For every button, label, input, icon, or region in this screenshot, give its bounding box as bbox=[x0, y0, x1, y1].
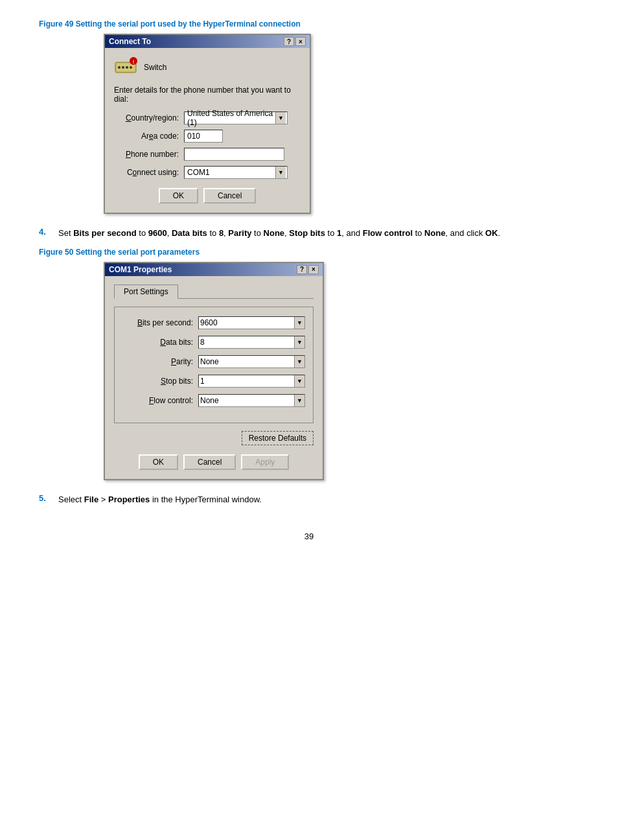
titlebar-buttons: ? × bbox=[284, 37, 306, 46]
com1-properties-dialog: COM1 Properties ? × Port Settings Bits p… bbox=[104, 262, 324, 480]
ok-button[interactable]: OK bbox=[159, 188, 198, 204]
bits-select[interactable]: 9600 ▼ bbox=[198, 316, 305, 329]
com1-titlebar-buttons: ? × bbox=[297, 265, 319, 274]
area-input[interactable] bbox=[184, 130, 223, 143]
svg-point-2 bbox=[118, 66, 120, 69]
connect-value: COM1 bbox=[186, 168, 275, 177]
com1-help-button[interactable]: ? bbox=[297, 265, 307, 274]
close-button[interactable]: × bbox=[295, 37, 306, 46]
svg-point-5 bbox=[130, 66, 132, 69]
dialog-description: Enter details for the phone number that … bbox=[114, 86, 301, 104]
com1-title: COM1 Properties bbox=[109, 265, 172, 274]
connect-to-dialog: Connect To ? × ! bbox=[104, 34, 311, 214]
help-button[interactable]: ? bbox=[284, 37, 294, 46]
connect-select[interactable]: COM1 ▼ bbox=[184, 166, 288, 179]
stop-arrow[interactable]: ▼ bbox=[294, 375, 304, 387]
stop-select[interactable]: 1 ▼ bbox=[198, 375, 305, 388]
step5: 5. Select File > Properties in the Hyper… bbox=[39, 493, 579, 506]
switch-icon: ! bbox=[114, 56, 137, 79]
com1-cancel-button[interactable]: Cancel bbox=[183, 454, 236, 470]
flow-value: None bbox=[199, 396, 294, 405]
stop-label: Stop bits: bbox=[128, 377, 193, 386]
country-arrow[interactable]: ▼ bbox=[275, 112, 286, 124]
port-settings-tab[interactable]: Port Settings bbox=[114, 285, 178, 299]
com1-close-button[interactable]: × bbox=[308, 265, 319, 274]
com1-ok-button[interactable]: OK bbox=[139, 454, 178, 470]
step5-text: Select File > Properties in the HyperTer… bbox=[58, 493, 579, 506]
data-label: Data bits: bbox=[128, 338, 193, 347]
connect-arrow[interactable]: ▼ bbox=[275, 167, 286, 178]
tab-bar: Port Settings bbox=[114, 284, 314, 299]
parity-select[interactable]: None ▼ bbox=[198, 355, 305, 368]
cancel-button[interactable]: Cancel bbox=[203, 188, 256, 204]
port-settings-box: Bits per second: 9600 ▼ Data bits: 8 ▼ P… bbox=[114, 307, 314, 423]
flow-select[interactable]: None ▼ bbox=[198, 394, 305, 407]
phone-label: Phone number: bbox=[114, 150, 179, 159]
bits-arrow[interactable]: ▼ bbox=[294, 317, 304, 329]
data-select[interactable]: 8 ▼ bbox=[198, 336, 305, 349]
step5-number: 5. bbox=[39, 493, 52, 506]
phone-input[interactable] bbox=[184, 148, 284, 161]
dialog-titlebar: Connect To ? × bbox=[105, 35, 310, 48]
connect-label: Connect using: bbox=[114, 168, 179, 177]
icon-label: Switch bbox=[144, 63, 166, 72]
step4-text: Set Bits per second to 9600, Data bits t… bbox=[58, 227, 579, 240]
data-value: 8 bbox=[199, 338, 294, 347]
flow-arrow[interactable]: ▼ bbox=[294, 395, 304, 406]
stop-value: 1 bbox=[199, 377, 294, 386]
data-arrow[interactable]: ▼ bbox=[294, 336, 304, 348]
com1-titlebar: COM1 Properties ? × bbox=[105, 263, 323, 276]
area-label: Area code: bbox=[114, 132, 179, 141]
figure49-caption: Figure 49 Setting the serial port used b… bbox=[39, 19, 579, 29]
flow-label: Flow control: bbox=[128, 396, 193, 405]
step4-number: 4. bbox=[39, 227, 52, 240]
step4: 4. Set Bits per second to 9600, Data bit… bbox=[39, 227, 579, 240]
com1-apply-button[interactable]: Apply bbox=[241, 454, 289, 470]
parity-arrow[interactable]: ▼ bbox=[294, 356, 304, 368]
svg-text:!: ! bbox=[133, 59, 135, 65]
page-number: 39 bbox=[39, 531, 579, 541]
bits-value: 9600 bbox=[199, 318, 294, 327]
figure50-caption: Figure 50 Setting the serial port parame… bbox=[39, 248, 579, 257]
dialog-title: Connect To bbox=[109, 37, 151, 46]
parity-label: Parity: bbox=[128, 357, 193, 366]
parity-value: None bbox=[199, 357, 294, 366]
country-label: Country/region: bbox=[114, 113, 179, 122]
svg-point-3 bbox=[122, 66, 124, 69]
bits-label: Bits per second: bbox=[128, 318, 193, 327]
country-select[interactable]: United States of America (1) ▼ bbox=[184, 111, 288, 124]
svg-point-4 bbox=[126, 66, 128, 69]
country-value: United States of America (1) bbox=[186, 109, 275, 127]
restore-defaults-button[interactable]: Restore Defaults bbox=[242, 431, 314, 445]
